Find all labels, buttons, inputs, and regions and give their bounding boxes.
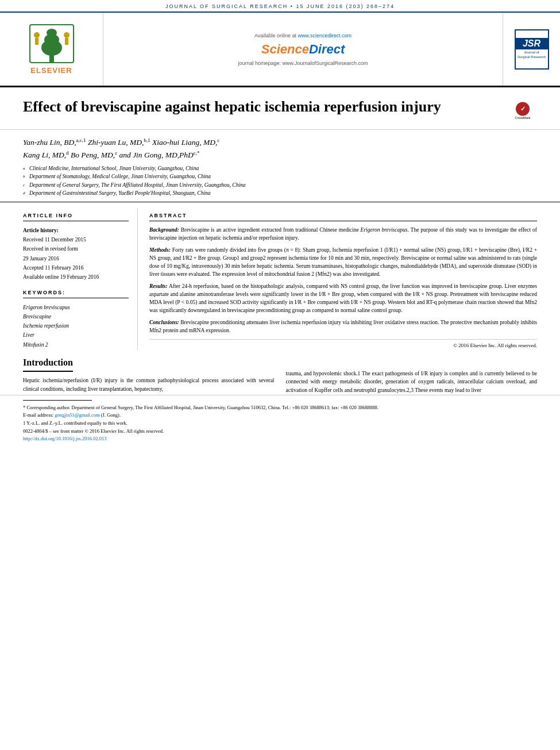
doi-link[interactable]: http://dx.doi.org/10.1016/j.jss.2016.02.… <box>23 436 107 441</box>
elsevier-wordmark: ELSEVIER <box>30 66 72 75</box>
svg-rect-5 <box>35 38 38 45</box>
abstract-divider <box>149 221 537 221</box>
journal-header-bar: JOURNAL OF SURGICAL RESEARCH • 15 JUNE 2… <box>0 0 560 13</box>
corresponding-author: * Corresponding author. Department of Ge… <box>23 404 537 412</box>
elsevier-logo-section: ELSEVIER <box>0 13 103 86</box>
elsevier-logo: ELSEVIER <box>29 24 75 75</box>
jsr-logo-section: JSR Journal ofSurgical Research <box>503 13 560 86</box>
keywords-divider <box>23 298 129 298</box>
keyword-3: Ischemia reperfusion <box>23 321 129 330</box>
journal-branding: ELSEVIER Available online at www.science… <box>0 13 560 87</box>
jsr-acronym: JSR <box>523 39 540 49</box>
footnote-1: 1 Y.-z.L. and Z.-y.L. contributed equall… <box>23 420 537 428</box>
keyword-5: Mitofusin 2 <box>23 340 129 349</box>
crossmark-section: ✓ CrossMark <box>508 98 537 124</box>
jsr-full-name: Journal ofSurgical Research <box>516 49 547 61</box>
email-label: E-mail address: <box>23 412 53 418</box>
methods-label: Methods: <box>149 247 171 253</box>
conclusions-label: Conclusions: <box>149 320 179 325</box>
affiliation-d: d Department of Gastrointestinal Surgery… <box>23 189 537 197</box>
abstract-content: Background: Breviscapine is an active in… <box>149 226 537 350</box>
article-info-divider <box>23 221 129 221</box>
email-suffix: (J. Gong). <box>101 412 121 418</box>
footer-divider <box>23 400 92 401</box>
authors-list: Yan-zhu Lin, BD,a,c,1 Zhi-yuan Lu, MD,b,… <box>23 136 537 161</box>
available-online-text: Available online at www.sciencedirect.co… <box>254 33 352 39</box>
footer-notes: * Corresponding author. Department of Ge… <box>0 395 560 448</box>
issn-line: 0022-4804/$ – see front matter © 2016 El… <box>23 428 537 436</box>
journal-header-text: JOURNAL OF SURGICAL RESEARCH • 15 JUNE 2… <box>165 3 395 9</box>
svg-rect-7 <box>65 38 68 45</box>
intro-col-right: trauma, and hypovolemic shock.1 The exac… <box>286 356 538 395</box>
author-4: Kang Li, MD,d <box>23 151 69 159</box>
accepted-date: Accepted 11 February 2016 <box>23 263 129 272</box>
authors-section: Yan-zhu Lin, BD,a,c,1 Zhi-yuan Lu, MD,b,… <box>0 130 560 202</box>
results-text: After 24-h reperfusion, based on the his… <box>149 283 537 314</box>
journal-homepage-text: journal homepage: www.JournalofSurgicalR… <box>238 60 368 66</box>
abstract-conclusions: Conclusions: Breviscapine preconditionin… <box>149 318 537 335</box>
svg-point-4 <box>34 32 40 38</box>
keyword-1: Erigeron breviscapus <box>23 303 129 312</box>
abstract-results: Results: After 24-h reperfusion, based o… <box>149 282 537 315</box>
author-5: Bo Peng, MD,c <box>71 151 117 159</box>
keyword-4: Liver <box>23 330 129 340</box>
affiliation-b: b Department of Stomatology, Medical Col… <box>23 172 537 180</box>
methods-text: Forty rats were randomly divided into fi… <box>149 247 537 278</box>
intro-two-col: Introduction Hepatic ischemia/reperfusio… <box>23 356 537 395</box>
abstract-methods: Methods: Forty rats were randomly divide… <box>149 246 537 279</box>
email-address: gongjin51@gmail.com <box>55 412 99 418</box>
author-3: Xiao-hui Liang, MD,c <box>152 138 219 147</box>
history-label: Article history: <box>23 226 129 235</box>
author-1: Yan-zhu Lin, BD,a,c,1 <box>23 138 86 147</box>
article-info-abstract: ARTICLE INFO Article history: Received 1… <box>0 208 560 350</box>
available-online-date: Available online 19 February 2016 <box>23 272 129 282</box>
elsevier-tree-icon <box>29 24 75 64</box>
author-6-and: and Jin Gong, MD,PhDc,* <box>119 151 200 159</box>
affiliations-list: a Clinical Medicine, International Schoo… <box>23 164 537 197</box>
background-text: Breviscapine is an active ingredient ext… <box>149 227 537 241</box>
email-line: E-mail address: gongjin51@gmail.com (J. … <box>23 411 537 420</box>
article-title: Effect of breviscapine against hepatic i… <box>23 98 503 117</box>
keywords-title: Keywords: <box>23 290 129 295</box>
background-label: Background: <box>149 227 179 233</box>
article-title-section: Effect of breviscapine against hepatic i… <box>0 87 560 130</box>
keyword-2: Breviscapine <box>23 312 129 321</box>
conclusions-text: Breviscapine preconditioning attenuates … <box>149 320 537 333</box>
svg-text:✓: ✓ <box>520 105 526 112</box>
keywords-list: Erigeron breviscapus Breviscapine Ischem… <box>23 303 129 349</box>
svg-text:CrossMark: CrossMark <box>515 116 530 120</box>
intro-text-right: trauma, and hypovolemic shock.1 The exac… <box>286 370 538 395</box>
article-info-title: ARTICLE INFO <box>23 213 129 218</box>
intro-col-left: Introduction Hepatic ischemia/reperfusio… <box>23 356 275 395</box>
introduction-title: Introduction <box>23 356 73 372</box>
copyright-text: © 2016 Elsevier Inc. All rights reserved… <box>149 339 537 350</box>
abstract-title: ABSTRACT <box>149 213 537 218</box>
sciencedirect-logo: ScienceDirect <box>261 42 345 57</box>
jsr-logo: JSR Journal ofSurgical Research <box>515 29 549 70</box>
results-label: Results: <box>149 283 168 289</box>
received-revised-date: 29 January 2016 <box>23 254 129 263</box>
title-wrapper: Effect of breviscapine against hepatic i… <box>23 98 503 117</box>
received-date: Received 11 December 2015 <box>23 235 129 244</box>
svg-point-3 <box>47 29 57 37</box>
author-2: Zhi-yuan Lu, MD,b,1 <box>88 138 150 147</box>
affiliation-a: a Clinical Medicine, International Schoo… <box>23 164 537 172</box>
svg-rect-0 <box>49 55 54 62</box>
introduction-section: Introduction Hepatic ischemia/reperfusio… <box>0 350 560 395</box>
article-info-column: ARTICLE INFO Article history: Received 1… <box>23 208 138 350</box>
received-revised-label: Received in revised form <box>23 244 129 253</box>
affiliation-c: c Department of General Surgery, The Fir… <box>23 181 537 189</box>
doi-line: http://dx.doi.org/10.1016/j.jss.2016.02.… <box>23 435 537 443</box>
sciencedirect-section: Available online at www.sciencedirect.co… <box>103 13 503 86</box>
article-history: Article history: Received 11 December 20… <box>23 226 129 282</box>
svg-point-6 <box>64 32 69 38</box>
abstract-column: ABSTRACT Background: Breviscapine is an … <box>149 208 537 350</box>
intro-text-left: Hepatic ischemia/reperfusion (I/R) injur… <box>23 376 275 393</box>
abstract-background: Background: Breviscapine is an active in… <box>149 226 537 243</box>
crossmark-icon: ✓ CrossMark <box>511 101 534 124</box>
